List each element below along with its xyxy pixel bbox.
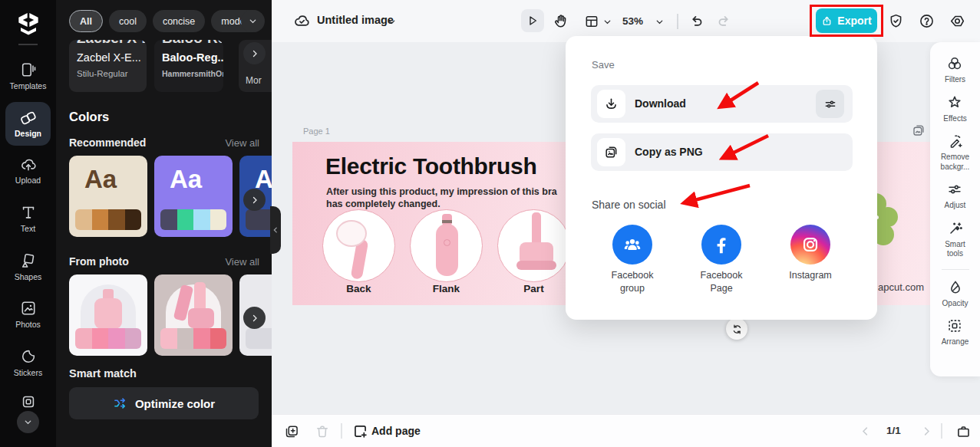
photo-palette-card[interactable] (69, 274, 147, 356)
rail-scroll-down-button[interactable] (17, 411, 39, 433)
opacity-droplet-icon (947, 279, 964, 296)
toothbrush-photo (188, 308, 214, 328)
copy-image-icon (604, 145, 619, 159)
font-card[interactable]: Zacbel X-E... Zacbel X-E... Stilu-Regula… (69, 40, 147, 92)
chevron-right-icon (250, 314, 259, 323)
settings-button[interactable] (949, 13, 965, 29)
colors-heading: Colors (69, 110, 109, 124)
optimize-color-button[interactable]: Optimize color (69, 387, 259, 419)
photo-caption: Flank (410, 283, 483, 294)
toothbrush-photo-part[interactable] (497, 209, 570, 282)
document-title[interactable]: Untitled image (317, 14, 394, 26)
download-settings-button[interactable] (816, 90, 844, 118)
recommended-view-all-link[interactable]: View all (225, 137, 259, 149)
delete-page-button[interactable] (315, 424, 330, 439)
sidebar-item-text[interactable]: Text (0, 204, 56, 233)
add-page-label[interactable]: Add page (371, 425, 421, 437)
undo-button[interactable] (688, 13, 704, 29)
chip-concise[interactable]: concise (153, 10, 205, 32)
font-preview-clipped: Zacbel X-E... (77, 40, 147, 47)
download-row[interactable]: Download (591, 85, 853, 123)
zoom-chevron[interactable] (655, 17, 665, 27)
tool-effects[interactable]: Effects (943, 94, 966, 124)
page-label: Page 1 (303, 127, 330, 136)
sidebar-item-label: Upload (15, 176, 41, 185)
edit-tools-panel: Filters Effects Remove backgr... Adjust (930, 42, 980, 376)
chips-expand-button[interactable] (241, 10, 265, 32)
facebook-group-button[interactable] (612, 225, 652, 265)
copy-as-png-row[interactable]: Copy as PNG (591, 133, 853, 171)
capcut-logo[interactable] (15, 11, 41, 35)
page-indicator: 1/1 (886, 425, 901, 436)
palette-swatches (246, 328, 272, 349)
sidebar-item-label: Photos (15, 320, 41, 329)
tool-opacity[interactable]: Opacity (942, 279, 968, 309)
add-page-icon (352, 423, 368, 439)
present-button[interactable] (955, 423, 972, 439)
add-page-button[interactable] (352, 423, 368, 439)
zoom-level[interactable]: 53% (622, 15, 643, 27)
canvas-copy-icon[interactable] (912, 123, 926, 137)
safety-button[interactable] (888, 13, 904, 29)
trash-icon (315, 424, 330, 439)
next-page-button[interactable] (921, 426, 932, 437)
select-tool-button[interactable] (521, 9, 544, 32)
tool-arrange[interactable]: Arrange (942, 317, 969, 347)
app-window: Templates Design Upload Text (0, 0, 980, 447)
sidebar-item-photos[interactable]: Photos (0, 300, 56, 329)
tool-filters[interactable]: Filters (945, 55, 965, 85)
tool-label: Filters (945, 75, 965, 85)
prev-page-button[interactable] (860, 426, 871, 437)
design-body-line[interactable]: has completely changed. (326, 199, 441, 209)
cloud-saved-icon[interactable] (293, 12, 311, 30)
tool-adjust[interactable]: Adjust (945, 181, 966, 211)
tool-remove-background[interactable]: Remove backgr... (935, 133, 975, 172)
shield-check-icon (888, 13, 904, 29)
panel-collapse-handle[interactable] (270, 206, 281, 254)
toothbrush-photo-flank[interactable] (410, 209, 483, 282)
tool-smart-tools[interactable]: Smart tools (939, 220, 972, 259)
photo-caption: Back (322, 283, 395, 294)
toothbrush-photo-back[interactable] (322, 209, 395, 282)
chip-all[interactable]: All (69, 10, 103, 32)
duplicate-page-button[interactable] (284, 424, 299, 439)
help-button[interactable] (919, 13, 935, 29)
font-card[interactable]: Baloo-Reg... Baloo-Reg... HammersmithOn.… (154, 40, 223, 92)
rotate-handle[interactable] (726, 318, 747, 340)
sidebar-item-label: Stickers (14, 368, 42, 377)
layout-chevron[interactable] (602, 17, 612, 27)
photo-palettes-scroll-right-button[interactable] (243, 307, 266, 329)
facebook-logo-icon (710, 233, 733, 256)
sidebar-item-upload[interactable]: Upload (0, 156, 56, 185)
rotate-icon (731, 324, 743, 335)
design-body-line[interactable]: After using this product, my impression … (326, 186, 557, 197)
from-photo-view-all-link[interactable]: View all (225, 256, 259, 268)
templates-icon (20, 61, 37, 78)
sidebar-item-shapes[interactable]: Shapes (0, 252, 56, 281)
document-title-chevron[interactable] (387, 17, 397, 27)
sidebar-item-frames[interactable] (0, 393, 56, 410)
sidebar-item-label: Shapes (15, 272, 42, 281)
chip-cool[interactable]: cool (109, 10, 147, 32)
palette-card[interactable]: Aa (154, 156, 233, 237)
palette-card[interactable]: Aa (69, 156, 147, 237)
font-name: Zacbel X-E... (77, 51, 141, 64)
sidebar-item-templates[interactable]: Templates (0, 61, 56, 90)
redo-button[interactable] (716, 13, 732, 29)
facebook-group-icon (622, 234, 643, 255)
instagram-button[interactable] (790, 225, 830, 265)
facebook-page-button[interactable] (701, 225, 741, 265)
fonts-scroll-right-button[interactable] (243, 42, 266, 64)
toolbar-divider (677, 14, 678, 29)
duplicate-page-icon (284, 424, 299, 439)
bottombar-divider (941, 423, 942, 439)
sidebar-item-stickers[interactable]: Stickers (0, 348, 56, 377)
palettes-scroll-right-button[interactable] (243, 189, 266, 211)
sidebar-item-design[interactable]: Design (5, 102, 51, 146)
export-button[interactable]: Export (816, 8, 877, 33)
bottombar-divider (341, 423, 342, 439)
design-title[interactable]: Electric Toothbrush (325, 153, 536, 179)
layout-tool-button[interactable] (584, 14, 599, 29)
hand-tool-button[interactable] (553, 13, 569, 29)
photo-palette-card[interactable] (154, 274, 233, 356)
